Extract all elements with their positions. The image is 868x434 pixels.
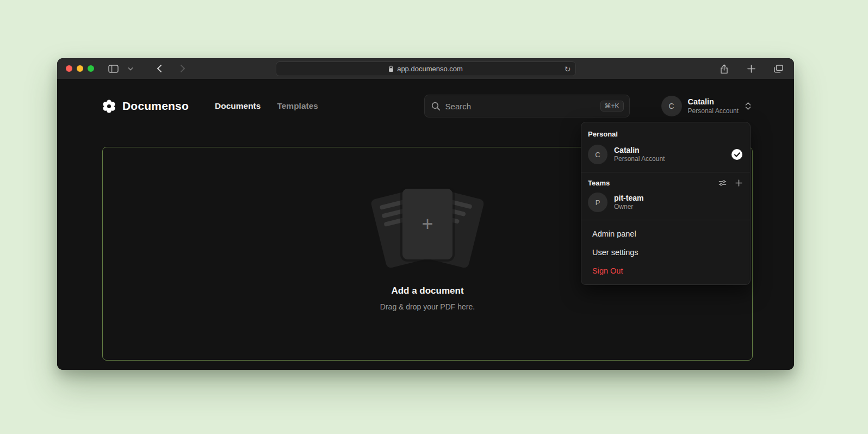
manage-teams-button[interactable]	[718, 179, 727, 187]
documenso-logo-icon	[102, 99, 116, 114]
browser-titlebar: app.documenso.com ↻	[57, 58, 794, 79]
forward-button[interactable]	[176, 62, 190, 75]
close-button[interactable]	[66, 65, 72, 72]
minimize-button[interactable]	[77, 65, 83, 72]
sliders-icon	[718, 179, 727, 187]
window-controls	[66, 65, 94, 72]
account-avatar: C	[661, 96, 682, 116]
forward-arrow-icon	[180, 64, 186, 73]
plus-icon	[747, 65, 755, 73]
zoom-button[interactable]	[88, 65, 94, 72]
nav-documents[interactable]: Documents	[215, 101, 261, 111]
account-dropdown-menu: Personal C Catalin Personal Account Team…	[581, 122, 751, 285]
app-header: Documenso Documents Templates Search ⌘+K…	[102, 94, 752, 119]
team-avatar: P	[588, 193, 607, 212]
chevron-down-icon	[128, 67, 133, 71]
reload-icon[interactable]: ↻	[565, 65, 571, 73]
create-team-button[interactable]	[735, 179, 742, 187]
nav-templates[interactable]: Templates	[277, 101, 318, 111]
search-placeholder: Search	[445, 102, 472, 111]
account-type: Personal Account	[688, 107, 739, 115]
app-content: Documenso Documents Templates Search ⌘+K…	[57, 79, 794, 370]
share-icon	[720, 64, 728, 74]
sidebar-icon	[108, 65, 119, 73]
team-item[interactable]: P pit-team Owner	[581, 189, 750, 215]
dropzone-subtitle: Drag & drop your PDF here.	[380, 302, 475, 311]
team-text: pit-team Owner	[614, 193, 643, 212]
personal-account-text: Catalin Personal Account	[614, 145, 665, 164]
back-button[interactable]	[152, 62, 166, 75]
add-document-plus-icon: +	[421, 214, 433, 234]
dropzone-title: Add a document	[391, 286, 463, 296]
account-text: Catalin Personal Account	[688, 97, 739, 115]
team-role: Owner	[614, 203, 643, 212]
main-nav: Documents Templates	[215, 101, 318, 111]
sidebar-chevron-button[interactable]	[123, 62, 138, 75]
tab-overview-button[interactable]	[771, 63, 785, 76]
search-shortcut-badge: ⌘+K	[600, 101, 624, 111]
team-name: pit-team	[614, 193, 643, 203]
menu-item-sign-out[interactable]: Sign Out	[581, 262, 750, 280]
sidebar-toggle-button[interactable]	[106, 62, 120, 75]
chevron-up-down-icon	[745, 101, 752, 111]
menu-divider	[581, 220, 750, 220]
new-tab-button[interactable]	[744, 63, 758, 76]
browser-window: app.documenso.com ↻	[57, 58, 794, 370]
menu-item-admin-panel[interactable]: Admin panel	[581, 225, 750, 243]
personal-account-name: Catalin	[614, 145, 665, 155]
account-menu-button[interactable]: C Catalin Personal Account	[661, 96, 752, 116]
teams-section-header: Teams	[581, 177, 750, 189]
search-icon	[431, 102, 441, 111]
selected-check-icon	[731, 149, 742, 160]
illustration-card-center: +	[402, 189, 452, 259]
account-name: Catalin	[688, 97, 739, 107]
brand-name: Documenso	[122, 100, 189, 113]
personal-account-avatar: C	[588, 145, 607, 164]
plus-icon	[735, 179, 742, 187]
menu-divider	[581, 172, 750, 172]
back-arrow-icon	[156, 64, 162, 73]
url-text: app.documenso.com	[397, 65, 463, 73]
share-button[interactable]	[717, 63, 731, 76]
lock-icon	[388, 65, 394, 72]
personal-section-label: Personal	[581, 126, 750, 141]
brand[interactable]: Documenso	[102, 99, 189, 114]
address-bar[interactable]: app.documenso.com ↻	[276, 61, 576, 76]
document-stack-illustration: +	[369, 189, 486, 266]
tabs-icon	[774, 65, 783, 73]
search-input[interactable]: Search ⌘+K	[424, 95, 630, 117]
personal-account-item[interactable]: C Catalin Personal Account	[581, 141, 750, 168]
menu-item-user-settings[interactable]: User settings	[581, 243, 750, 262]
teams-section-label: Teams	[588, 179, 610, 187]
personal-account-type: Personal Account	[614, 155, 665, 164]
